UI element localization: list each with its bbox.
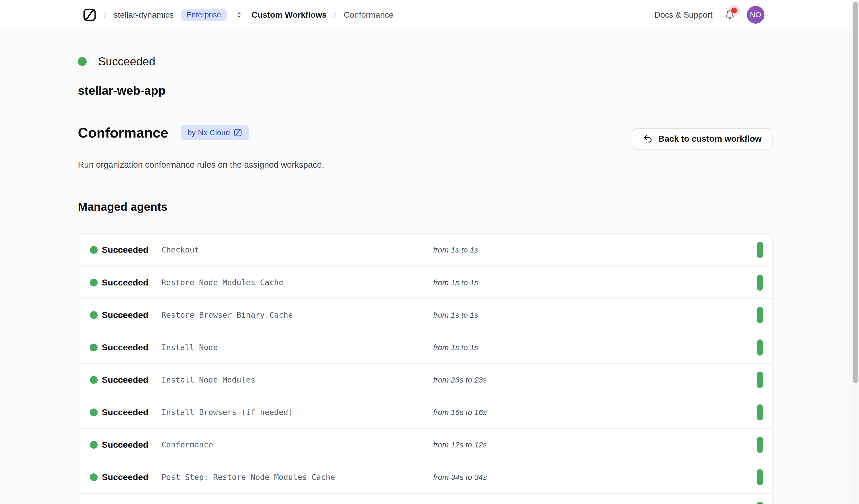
docs-support-link[interactable]: Docs & Support <box>654 10 712 20</box>
row-step-name: Checkout <box>162 245 433 254</box>
duration-bar <box>757 242 763 258</box>
notifications-bell-icon[interactable] <box>724 9 735 21</box>
row-step-name: Restore Node Modules Cache <box>162 278 433 287</box>
row-step-name: Conformance <box>162 440 433 449</box>
workflow-description: Run organization conformance rules on th… <box>78 160 772 170</box>
avatar[interactable]: NO <box>747 6 765 24</box>
row-timing: from 1s to 1s <box>433 343 760 352</box>
undo-arrow-icon <box>643 134 652 144</box>
row-status: Succeeded <box>102 472 162 482</box>
agent-row[interactable]: Succeeded Restore Browser Binary Cache f… <box>78 299 772 331</box>
success-dot-icon <box>90 376 97 384</box>
row-timing: from 1s to 1s <box>433 311 760 320</box>
managed-agents-title: Managed agents <box>78 200 772 213</box>
scrollbar-thumb[interactable] <box>853 2 858 383</box>
success-dot-icon <box>90 409 97 416</box>
by-nx-cloud-label: by Nx Cloud <box>187 129 230 137</box>
breadcrumb-custom-workflows[interactable]: Custom Workflows <box>252 10 327 20</box>
row-status: Succeeded <box>102 310 162 320</box>
row-step-name: Install Browsers (if needed) <box>162 408 433 417</box>
success-dot-icon <box>90 343 97 351</box>
row-timing: from 1s to 1s <box>433 278 760 287</box>
run-status: Succeeded <box>78 55 772 68</box>
duration-bar <box>757 372 763 388</box>
back-button-label: Back to custom workflow <box>658 134 762 144</box>
workspace-switcher-icon[interactable] <box>235 11 243 19</box>
breadcrumb-org[interactable]: stellar-dynamics <box>114 10 174 20</box>
row-status: Succeeded <box>102 440 162 450</box>
agent-row[interactable]: Succeeded Install Node from 1s to 1s <box>78 331 772 363</box>
app-name-title: stellar-web-app <box>78 83 772 97</box>
breadcrumb-separator: / <box>104 10 106 20</box>
duration-bar <box>757 404 763 421</box>
row-timing: from 23s to 23s <box>433 376 760 384</box>
duration-bar <box>757 307 763 323</box>
duration-bar <box>757 469 763 485</box>
row-timing: from 1s to 1s <box>433 245 760 254</box>
duration-bar <box>757 339 763 355</box>
app-root: / stellar-dynamics Enterprise Custom Wor… <box>0 0 859 504</box>
by-nx-cloud-badge[interactable]: by Nx Cloud <box>181 125 249 140</box>
row-step-name: Restore Browser Binary Cache <box>162 310 433 320</box>
agent-row[interactable]: Succeeded Checkout from 1s to 1s <box>78 233 772 266</box>
scrollbar[interactable] <box>851 0 859 504</box>
agent-row[interactable]: Succeeded Conformance from 12s to 12s <box>78 428 772 461</box>
agent-row[interactable]: Succeeded Install Browsers (if needed) f… <box>78 396 772 428</box>
row-step-name: Install Node <box>162 343 433 352</box>
run-status-label: Succeeded <box>98 55 155 68</box>
nx-cloud-logo-icon[interactable] <box>82 8 96 22</box>
duration-bar <box>757 437 763 453</box>
row-status: Succeeded <box>102 245 162 255</box>
success-dot-icon <box>90 311 97 319</box>
agent-row[interactable]: Succeeded Install Node Modules from 23s … <box>78 363 772 396</box>
main-content: Succeeded stellar-web-app Conformance by… <box>0 55 859 504</box>
row-status: Succeeded <box>102 277 162 288</box>
row-timing: from 16s to 16s <box>433 408 760 417</box>
row-status: Succeeded <box>102 342 162 352</box>
success-dot-icon <box>90 473 97 481</box>
success-dot-icon <box>90 441 97 449</box>
breadcrumb: / stellar-dynamics Enterprise Custom Wor… <box>82 8 394 22</box>
enterprise-badge[interactable]: Enterprise <box>181 9 227 21</box>
notification-dot <box>731 7 737 13</box>
duration-bar <box>757 502 763 504</box>
agents-card: Succeeded Checkout from 1s to 1s Succeed… <box>78 233 772 504</box>
breadcrumb-separator: / <box>334 10 336 20</box>
duration-bar <box>757 275 763 291</box>
row-timing: from 12s to 12s <box>433 440 760 449</box>
success-dot-icon <box>90 246 97 254</box>
back-to-custom-workflow-button[interactable]: Back to custom workflow <box>632 128 772 150</box>
agent-row[interactable]: Succeeded Restore Node Modules Cache fro… <box>78 266 772 299</box>
nx-logo-icon <box>233 128 242 137</box>
success-dot-icon <box>78 57 87 66</box>
row-step-name: Post Step: Restore Node Modules Cache <box>162 473 433 482</box>
row-status: Succeeded <box>102 407 162 417</box>
agent-row[interactable]: Succeeded Post Step: Restore Browser Bin… <box>78 493 772 504</box>
row-timing: from 34s to 34s <box>433 473 760 482</box>
row-step-name: Install Node Modules <box>162 375 433 384</box>
success-dot-icon <box>90 279 97 287</box>
breadcrumb-page: Conformance <box>344 10 393 20</box>
top-nav: / stellar-dynamics Enterprise Custom Wor… <box>0 0 859 30</box>
workflow-title: Conformance <box>78 125 168 141</box>
agent-row[interactable]: Succeeded Post Step: Restore Node Module… <box>78 461 772 493</box>
row-status: Succeeded <box>102 375 162 385</box>
